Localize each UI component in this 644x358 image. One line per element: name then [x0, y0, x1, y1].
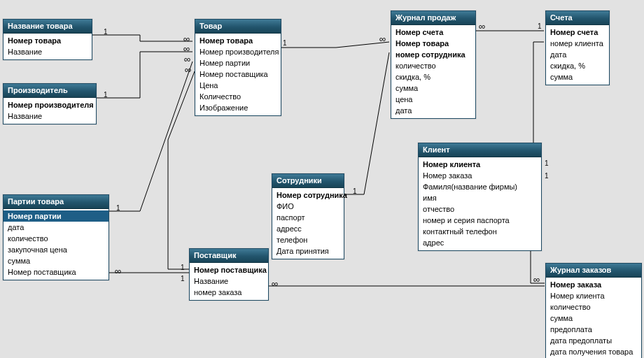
table-field[interactable]: сумма — [546, 71, 609, 83]
cardinality-label: 1 — [545, 172, 549, 180]
table-field[interactable]: Номер партии — [195, 57, 281, 69]
cardinality-label: ∞ — [379, 34, 385, 44]
table-field[interactable]: Фамиля(название фирмы) — [419, 181, 541, 192]
cardinality-label: 1 — [353, 187, 357, 195]
table-tovar[interactable]: Товар Номер товара Номер производителя Н… — [195, 19, 281, 116]
table-header: Товар — [195, 20, 281, 34]
table-postavshchik[interactable]: Поставщик Номер поставщика Название номе… — [189, 248, 269, 301]
table-header: Название товара — [4, 20, 92, 34]
cardinality-label: 1 — [181, 264, 185, 271]
table-field[interactable]: количество — [546, 301, 641, 313]
table-field[interactable]: Количество — [195, 91, 281, 102]
table-field[interactable]: дата — [546, 49, 609, 60]
table-field[interactable]: дата — [391, 105, 475, 116]
table-header: Журнал продаж — [391, 11, 475, 25]
table-field[interactable]: адресс — [272, 223, 344, 234]
table-field[interactable]: скидка, % — [391, 71, 475, 83]
table-zhurnal-prodazh[interactable]: Журнал продаж Номер счета Номер товара н… — [391, 10, 476, 119]
table-header: Журнал заказов — [546, 264, 641, 278]
table-field[interactable]: Название — [4, 46, 92, 57]
table-field[interactable]: количество — [4, 233, 108, 244]
table-header: Счета — [546, 11, 609, 25]
table-field[interactable]: телефон — [272, 234, 344, 245]
table-field[interactable]: Дата принятия — [272, 245, 344, 257]
cardinality-label: ∞ — [533, 274, 539, 285]
table-field[interactable]: Номер счета — [391, 27, 475, 38]
cardinality-label: ∞ — [183, 43, 189, 54]
table-klient[interactable]: Клиент Номер клиента Номер заказа Фамиля… — [418, 143, 542, 251]
table-field[interactable]: Номер партии — [4, 210, 108, 222]
table-field[interactable]: номер и серия паспорта — [419, 215, 541, 226]
table-field[interactable]: дата — [4, 222, 108, 233]
table-proizvoditel[interactable]: Производитель Номер производителя Назван… — [3, 83, 97, 124]
table-field[interactable]: цена — [391, 94, 475, 105]
table-field[interactable]: сумма — [4, 255, 108, 266]
table-field[interactable]: Изображение — [195, 102, 281, 113]
table-field[interactable]: Номер товара — [195, 35, 281, 46]
cardinality-label: 1 — [104, 28, 108, 36]
table-zhurnal-zakazov[interactable]: Журнал заказов Номер заказа Номер клиент… — [545, 263, 642, 358]
table-header: Поставщик — [190, 249, 268, 263]
table-field[interactable]: Номер поставщика — [4, 266, 108, 278]
table-field[interactable]: Название — [190, 275, 268, 287]
table-field[interactable]: Номер клиента — [419, 159, 541, 170]
cardinality-label: 1 — [545, 159, 549, 167]
cardinality-label: ∞ — [115, 266, 120, 276]
table-field[interactable]: количество — [391, 60, 475, 71]
cardinality-label: ∞ — [185, 64, 190, 75]
table-sotrudniki[interactable]: Сотрудники Номер сотрудника ФИО паспорт … — [272, 173, 344, 259]
table-header: Сотрудники — [272, 174, 344, 188]
table-field[interactable]: контактный телефон — [419, 226, 541, 237]
table-field[interactable]: Номер заказа — [546, 279, 641, 290]
table-field[interactable]: имя — [419, 192, 541, 203]
table-field[interactable]: Номер счета — [546, 27, 609, 38]
table-field[interactable]: Номер поставщика — [195, 69, 281, 80]
table-field[interactable]: сумма — [391, 83, 475, 94]
table-field[interactable]: скидка, % — [546, 60, 609, 71]
table-header: Клиент — [419, 143, 541, 157]
cardinality-label: 1 — [283, 39, 287, 47]
table-header: Партии товара — [4, 195, 108, 209]
table-field[interactable]: номер заказа — [190, 287, 268, 298]
table-field[interactable]: номер клиента — [546, 38, 609, 49]
table-field[interactable]: сумма — [546, 313, 641, 324]
cardinality-label: ∞ — [479, 21, 484, 31]
table-field[interactable]: Номер производителя — [4, 99, 96, 110]
table-field[interactable]: Номер поставщика — [190, 264, 268, 275]
cardinality-label: 1 — [104, 91, 108, 99]
table-field[interactable]: адрес — [419, 237, 541, 248]
table-field[interactable]: Цена — [195, 80, 281, 91]
table-field[interactable]: закупочная цена — [4, 244, 108, 255]
table-field[interactable]: Номер товара — [391, 38, 475, 49]
table-field[interactable]: дата получения товара — [546, 346, 641, 357]
table-field[interactable]: Номер сотрудника — [272, 189, 344, 201]
cardinality-label: ∞ — [272, 278, 277, 289]
table-field[interactable]: Номер производителя — [195, 46, 281, 57]
table-partii-tovara[interactable]: Партии товара Номер партии дата количест… — [3, 194, 109, 280]
table-field[interactable]: ФИО — [272, 201, 344, 212]
table-field[interactable]: дата предоплаты — [546, 335, 641, 346]
table-scheta[interactable]: Счета Номер счета номер клиента дата ски… — [545, 10, 610, 85]
table-field[interactable]: Название — [4, 110, 96, 122]
cardinality-label: 1 — [116, 204, 120, 212]
table-nazvanie-tovara[interactable]: Название товара Номер товара Название — [3, 19, 92, 60]
cardinality-label: 1 — [181, 275, 185, 282]
table-field[interactable]: паспорт — [272, 212, 344, 223]
cardinality-label: ∞ — [184, 54, 190, 64]
table-field[interactable]: Номер клиента — [546, 290, 641, 301]
table-field[interactable]: Номер заказа — [419, 170, 541, 181]
table-header: Производитель — [4, 84, 96, 98]
table-field[interactable]: предоплата — [546, 324, 641, 335]
table-field[interactable]: Номер товара — [4, 35, 92, 46]
cardinality-label: 1 — [538, 22, 542, 30]
cardinality-label: ∞ — [183, 34, 189, 44]
table-field[interactable]: отчество — [419, 203, 541, 215]
table-field[interactable]: номер сотрудника — [391, 49, 475, 60]
